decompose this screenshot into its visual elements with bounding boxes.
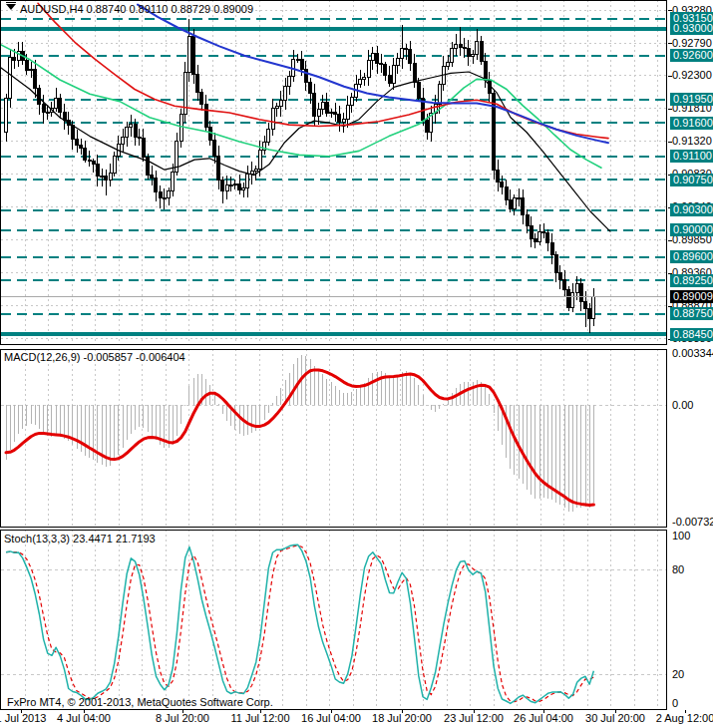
stoch-axis-label: 0	[672, 697, 678, 710]
chart-symbol-dropdown-icon[interactable]	[6, 4, 16, 10]
stoch-axis-label: 20	[672, 668, 684, 681]
price-level-label: 0.88750	[670, 307, 713, 320]
price-level-label: 0.91600	[670, 117, 713, 130]
price-level-label: 0.88450	[670, 328, 713, 341]
price-level-label: 0.90750	[670, 174, 713, 186]
time-axis-label: 23 Jul 12:00	[444, 712, 504, 724]
current-price-label: 0.89009	[670, 290, 713, 303]
time-axis-label: 16 Jul 04:00	[301, 712, 361, 724]
time-axis-label: 4 Jul 04:00	[57, 712, 111, 724]
ma-fast-black	[0, 67, 610, 231]
time-axis-label: 30 Jul 20:00	[585, 712, 645, 724]
macd-panel-canvas[interactable]	[0, 349, 667, 528]
price-level-label: 0.90300	[670, 203, 713, 216]
price-level-label: 0.92600	[670, 49, 713, 62]
price-axis-label: 0.92790	[672, 37, 712, 50]
stoch-panel-canvas[interactable]	[0, 530, 667, 710]
stoch-d-line	[6, 546, 593, 702]
time-axis-label: 11 Jul 12:00	[230, 712, 289, 724]
time-axis-label: 2 Aug 12:00	[656, 712, 713, 724]
macd-axis-max-label: 0.003344	[672, 347, 713, 360]
time-axis-label: 26 Jul 04:00	[514, 712, 573, 724]
chart-title: AUDUSD,H4 0.88740 0.89110 0.88729 0.8900…	[20, 3, 253, 15]
price-level-label: 0.91100	[670, 150, 713, 163]
price-level-label: 0.91950	[670, 93, 713, 106]
price-level-label: 0.89600	[670, 250, 713, 263]
price-level-label: 0.90000	[670, 223, 713, 236]
macd-indicator-title: MACD(12,26,9) -0.005857 -0.006404	[4, 351, 185, 363]
price-chart-canvas[interactable]	[0, 0, 667, 345]
stoch-axis-label: 80	[672, 563, 684, 576]
ma-slow-red	[38, 3, 608, 138]
price-axis-label: 0.92300	[672, 69, 712, 82]
macd-axis-zero-label: 0.00	[672, 399, 693, 412]
stoch-k-line	[6, 545, 593, 703]
stoch-indicator-title: Stoch(13,3,3) 23.4471 21.7193	[4, 533, 156, 545]
time-axis-label: 1 Jul 2013	[0, 712, 46, 724]
price-level-label: 0.89250	[670, 274, 713, 287]
time-axis-label: 18 Jul 20:00	[372, 712, 432, 724]
mt4-chart-window: AUDUSD,H4 0.88740 0.89110 0.88729 0.8900…	[0, 0, 713, 728]
macd-signal-line	[6, 370, 593, 506]
stoch-axis-label: 100	[672, 530, 690, 543]
macd-axis-min-label: -0.007329	[672, 516, 713, 529]
time-axis-label: 8 Jul 20:00	[156, 712, 209, 724]
price-axis-label: 0.91320	[672, 135, 712, 148]
terminal-copyright: FxPro MT4, © 2001-2013, MetaQuotes Softw…	[7, 696, 273, 708]
price-level-label: 0.93000	[670, 22, 713, 35]
